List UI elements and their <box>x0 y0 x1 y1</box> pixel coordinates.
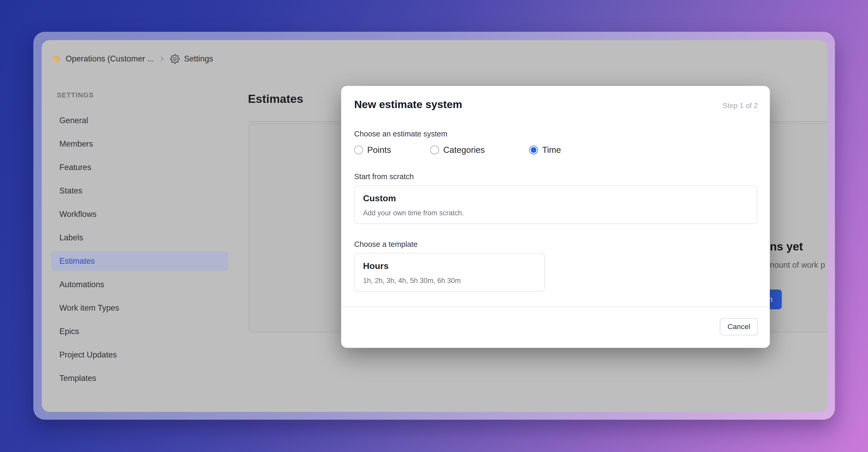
settings-sidebar: SETTINGS General Members Features States… <box>51 91 228 388</box>
sidebar-item-labels[interactable]: Labels <box>51 228 228 248</box>
custom-card-title: Custom <box>363 193 748 203</box>
hours-template-card[interactable]: Hours 1h, 2h, 3h, 4h, 5h 30m, 6h 30m <box>354 253 545 292</box>
new-estimate-system-modal: New estimate system Step 1 of 2 Choose a… <box>341 86 770 348</box>
empty-state-description-fragment: nount of work p <box>770 260 825 270</box>
breadcrumb: Operations (Customer ... Settings <box>51 52 213 66</box>
sidebar-item-members[interactable]: Members <box>51 134 228 154</box>
radio-time-label: Time <box>542 145 561 155</box>
breadcrumb-project[interactable]: Operations (Customer ... <box>51 54 154 64</box>
modal-footer-divider <box>341 306 770 307</box>
estimate-system-options: Points Categories Time <box>354 144 561 156</box>
sidebar-item-label: Automations <box>59 280 104 289</box>
sidebar-item-label: General <box>59 116 88 125</box>
cancel-button[interactable]: Cancel <box>720 318 758 335</box>
sidebar-item-work-item-types[interactable]: Work item Types <box>51 298 228 318</box>
empty-state-title-fragment: ns yet <box>770 240 803 253</box>
radio-points-label: Points <box>367 145 391 155</box>
sidebar-item-label: States <box>59 186 82 196</box>
sidebar-item-epics[interactable]: Epics <box>51 322 228 341</box>
sidebar-item-templates[interactable]: Templates <box>51 368 228 388</box>
estimate-system-label: Choose an estimate system <box>354 130 447 138</box>
breadcrumb-project-label: Operations (Customer ... <box>66 54 154 64</box>
custom-card-description: Add your own time from scratch. <box>363 209 748 217</box>
radio-option-categories[interactable]: Categories <box>430 145 529 155</box>
start-from-scratch-label: Start from scratch <box>354 172 414 181</box>
breadcrumb-chevron-icon <box>159 56 165 62</box>
sidebar-item-label: Members <box>59 139 93 149</box>
custom-estimate-card[interactable]: Custom Add your own time from scratch. <box>354 185 757 224</box>
sidebar-item-automations[interactable]: Automations <box>51 275 228 294</box>
hours-card-description: 1h, 2h, 3h, 4h, 5h 30m, 6h 30m <box>363 277 536 285</box>
sidebar-item-features[interactable]: Features <box>51 158 228 177</box>
sidebar-item-states[interactable]: States <box>51 181 228 201</box>
radio-time-circle[interactable] <box>529 146 538 154</box>
sidebar-item-label: Templates <box>59 374 96 383</box>
sidebar-item-general[interactable]: General <box>51 111 228 130</box>
sidebar-item-workflows[interactable]: Workflows <box>51 204 228 224</box>
sidebar-item-label: Workflows <box>59 209 96 219</box>
modal-step-indicator: Step 1 of 2 <box>723 101 758 110</box>
sidebar-heading: SETTINGS <box>51 91 228 99</box>
desktop-background: Operations (Customer ... Settings SETTIN… <box>0 0 868 452</box>
radio-categories-label: Categories <box>443 145 485 155</box>
radio-points-circle[interactable] <box>354 146 363 154</box>
sidebar-item-estimates[interactable]: Estimates <box>51 251 228 271</box>
modal-header: New estimate system Step 1 of 2 <box>354 98 758 111</box>
sidebar-item-project-updates[interactable]: Project Updates <box>51 345 228 365</box>
sidebar-item-label: Project Updates <box>59 350 117 360</box>
sidebar-item-label: Work item Types <box>59 303 119 313</box>
choose-template-label: Choose a template <box>354 240 417 249</box>
sidebar-list: General Members Features States Workflow… <box>51 111 228 388</box>
breadcrumb-settings-label: Settings <box>184 54 213 64</box>
breadcrumb-settings[interactable]: Settings <box>170 54 213 64</box>
hours-card-title: Hours <box>363 261 536 271</box>
radio-categories-circle[interactable] <box>430 146 439 154</box>
page-title: Estimates <box>248 92 303 106</box>
sidebar-item-label: Estimates <box>59 256 95 266</box>
gear-icon <box>170 54 180 64</box>
sidebar-item-label: Epics <box>59 327 79 336</box>
sidebar-item-label: Features <box>59 163 91 172</box>
radio-option-points[interactable]: Points <box>354 145 430 155</box>
sidebar-item-label: Labels <box>59 233 83 243</box>
radio-option-time[interactable]: Time <box>529 145 561 155</box>
modal-title: New estimate system <box>354 98 462 111</box>
handshake-emoji-icon <box>51 54 61 64</box>
